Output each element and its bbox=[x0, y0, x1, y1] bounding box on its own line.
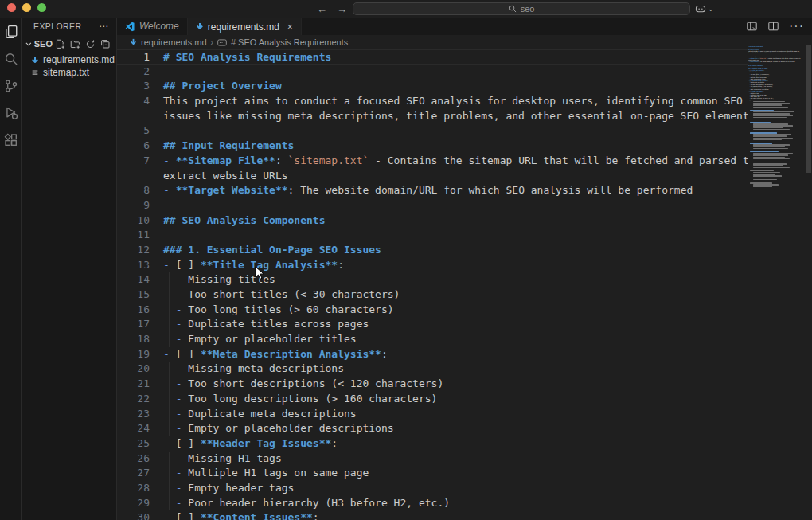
code-line[interactable]: 1# SEO Analysis Requirements bbox=[117, 49, 748, 65]
code-line[interactable]: 13- [ ] **Title Tag Analysis**: bbox=[117, 258, 748, 273]
code-line[interactable]: 9 bbox=[117, 198, 748, 213]
new-file-icon[interactable] bbox=[55, 39, 65, 49]
file-item-requirements-md[interactable]: requirements.md bbox=[22, 53, 116, 66]
file-tree: requirements.md sitemap.txt bbox=[22, 53, 116, 79]
code-line[interactable]: 26 - Missing H1 tags bbox=[117, 452, 748, 467]
explorer-icon[interactable] bbox=[2, 24, 20, 40]
minimap-line bbox=[753, 154, 788, 155]
markdown-file-icon bbox=[196, 22, 204, 31]
code-line[interactable]: 23 - Duplicate meta descriptions bbox=[117, 407, 748, 422]
line-number: 1 bbox=[117, 50, 150, 64]
code-line[interactable]: 12### 1. Essential On-Page SEO Issues bbox=[117, 243, 748, 258]
code-line[interactable]: 4This project aims to conduct a focused … bbox=[117, 94, 748, 109]
vertical-scrollbar[interactable] bbox=[806, 45, 811, 173]
code-line[interactable]: 3## Project Overview bbox=[117, 79, 748, 94]
minimap-line bbox=[753, 157, 785, 158]
code-line[interactable]: 14 - Missing titles bbox=[117, 272, 748, 287]
tab-label: requirements.md bbox=[208, 22, 279, 33]
activity-bar bbox=[0, 18, 22, 520]
explorer-title: EXPLORER bbox=[33, 22, 81, 31]
line-number: 28 bbox=[117, 481, 150, 496]
tab-requirements-md[interactable]: requirements.md × bbox=[188, 18, 302, 35]
explorer-more-actions-icon[interactable]: ⋯ bbox=[99, 21, 109, 32]
code-line[interactable]: 10## SEO Analysis Components bbox=[117, 213, 748, 229]
code-line[interactable]: 5 bbox=[117, 123, 748, 139]
new-folder-icon[interactable] bbox=[70, 39, 80, 49]
extensions-icon[interactable] bbox=[2, 132, 20, 148]
line-number: 24 bbox=[117, 421, 150, 436]
zoom-window-button[interactable] bbox=[37, 3, 46, 12]
minimap-line bbox=[753, 125, 793, 126]
traffic-lights bbox=[7, 3, 46, 12]
code-line[interactable]: 17 - Duplicate titles across pages bbox=[117, 317, 748, 332]
code-line[interactable]: 30- [ ] **Content Issues**: bbox=[117, 510, 748, 520]
minimize-window-button[interactable] bbox=[22, 3, 31, 12]
breadcrumb: requirements.md › # SEO Analysis Require… bbox=[117, 35, 812, 49]
copilot-chevron-down-icon[interactable]: ⌄ bbox=[708, 5, 714, 13]
code-line[interactable]: 21 - Too short descriptions (< 120 chara… bbox=[117, 377, 748, 392]
minimap[interactable]: # SEO Analysis Requirements## Project Ov… bbox=[748, 45, 807, 511]
split-editor-icon[interactable] bbox=[767, 21, 779, 32]
file-item-sitemap-txt[interactable]: sitemap.txt bbox=[22, 66, 116, 79]
line-number: 29 bbox=[117, 496, 150, 511]
open-preview-icon[interactable] bbox=[746, 21, 758, 32]
code-editor[interactable]: 1# SEO Analysis Requirements23## Project… bbox=[117, 49, 748, 520]
nav-forward-icon[interactable]: → bbox=[337, 3, 347, 15]
code-line[interactable]: 24 - Empty or placeholder descriptions bbox=[117, 421, 748, 436]
minimap-line bbox=[753, 148, 788, 149]
command-center-query: seo bbox=[521, 4, 535, 14]
line-number: 5 bbox=[117, 123, 150, 139]
code-line[interactable]: 11 bbox=[117, 228, 748, 243]
code-line[interactable]: 7- **Sitemap File**: `sitemap.txt` - Con… bbox=[117, 154, 748, 169]
copilot-icon[interactable] bbox=[695, 4, 706, 14]
collapse-all-icon[interactable] bbox=[100, 39, 111, 49]
code-line[interactable]: 2 bbox=[117, 65, 748, 80]
code-line[interactable]: 15 - Too short titles (< 30 characters) bbox=[117, 287, 748, 303]
line-number: 2 bbox=[117, 65, 150, 80]
code-line[interactable]: issues like missing meta descriptions, t… bbox=[117, 109, 748, 124]
line-number bbox=[117, 169, 150, 184]
minimap-line bbox=[753, 175, 782, 176]
code-line[interactable]: 19- [ ] **Meta Description Analysis**: bbox=[117, 347, 748, 362]
code-line[interactable]: 20 - Missing meta descriptions bbox=[117, 362, 748, 377]
file-name: requirements.md bbox=[43, 54, 115, 65]
file-name: sitemap.txt bbox=[43, 67, 89, 78]
markdown-file-icon bbox=[130, 38, 137, 46]
run-and-debug-icon[interactable] bbox=[2, 105, 20, 121]
line-number: 4 bbox=[117, 94, 150, 109]
text-file-icon bbox=[31, 68, 39, 76]
line-number: 20 bbox=[117, 362, 150, 377]
code-line[interactable]: 25- [ ] **Header Tag Issues**: bbox=[117, 436, 748, 452]
editor-more-actions-icon[interactable]: ··· bbox=[789, 19, 804, 33]
breadcrumb-file[interactable]: requirements.md bbox=[141, 37, 207, 47]
code-line[interactable]: 16 - Too long titles (> 60 characters) bbox=[117, 303, 748, 318]
close-window-button[interactable] bbox=[7, 3, 16, 12]
code-line[interactable]: 22 - Too long descriptions (> 160 charac… bbox=[117, 392, 748, 407]
line-number: 25 bbox=[117, 436, 150, 452]
search-sidebar-icon[interactable] bbox=[2, 51, 20, 67]
nav-back-icon[interactable]: ← bbox=[317, 3, 327, 15]
folder-section-seo[interactable]: SEO bbox=[22, 35, 116, 53]
code-line[interactable]: 29 - Poor header hierarchy (H3 before H2… bbox=[117, 496, 748, 511]
code-line[interactable]: 8- **Target Website**: The website domai… bbox=[117, 183, 748, 198]
close-tab-icon[interactable]: × bbox=[287, 22, 293, 32]
minimap-line bbox=[753, 179, 777, 180]
command-center-search[interactable]: seo bbox=[353, 2, 690, 15]
line-number: 16 bbox=[117, 303, 150, 318]
folder-section-label: SEO bbox=[34, 39, 53, 49]
minimap-line bbox=[753, 178, 779, 178]
tab-welcome[interactable]: Welcome bbox=[117, 18, 188, 35]
breadcrumb-symbol[interactable]: # SEO Analysis Requirements bbox=[231, 37, 348, 47]
source-control-icon[interactable] bbox=[2, 78, 20, 94]
refresh-icon[interactable] bbox=[85, 39, 96, 49]
code-line[interactable]: 18 - Empty or placeholder titles bbox=[117, 332, 748, 347]
code-line[interactable]: 27 - Multiple H1 tags on same page bbox=[117, 466, 748, 481]
code-line[interactable]: 6## Input Requirements bbox=[117, 139, 748, 154]
line-number bbox=[117, 109, 150, 124]
minimap-line bbox=[753, 104, 782, 105]
minimap-line bbox=[753, 127, 783, 128]
code-line[interactable]: extract website URLs bbox=[117, 169, 748, 184]
code-line[interactable]: 28 - Empty header tags bbox=[117, 481, 748, 496]
chevron-right-icon: › bbox=[211, 38, 213, 47]
vscode-logo-icon bbox=[125, 22, 135, 32]
